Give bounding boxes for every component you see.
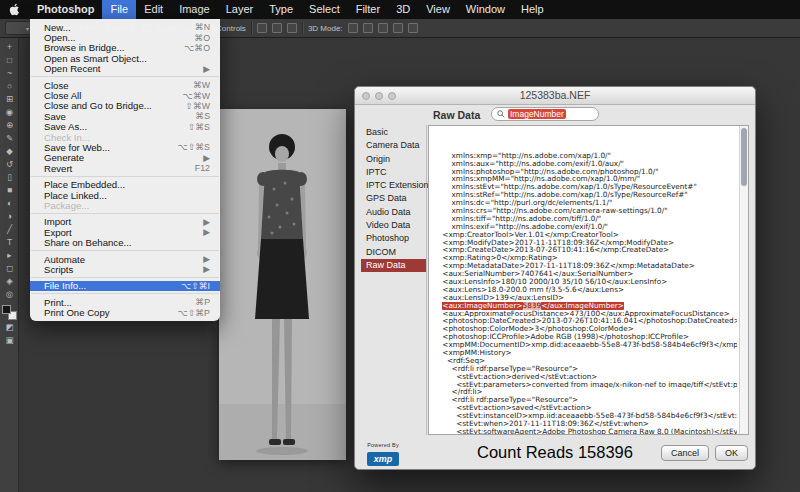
tab-photoshop[interactable]: Photoshop — [361, 232, 426, 245]
3d-mode-icon[interactable] — [363, 23, 373, 33]
file-menu-item[interactable]: Place Embedded... — [30, 179, 220, 189]
tab-iptc[interactable]: IPTC — [361, 166, 426, 179]
close-window-button[interactable] — [362, 92, 370, 100]
type-tool[interactable]: T — [0, 235, 19, 248]
file-menu-item[interactable]: Check In... — [30, 132, 220, 142]
raw-data-panel[interactable]: xmlns:xmp="http://ns.adobe.com/xap/1.0/"… — [428, 125, 749, 435]
dialog-titlebar[interactable]: 125383ba.NEF — [355, 87, 755, 105]
file-menu-item[interactable]: Save for Web... ⌥⇧⌘S — [30, 142, 220, 152]
file-menu-item[interactable]: New... ⌘N — [30, 22, 220, 32]
minimize-window-button[interactable] — [375, 92, 383, 100]
dodge-tool[interactable]: ◑ — [0, 209, 19, 222]
scrollbar-thumb[interactable] — [741, 128, 747, 186]
rectangular-marquee-tool[interactable]: □ — [0, 53, 19, 66]
menu-layer[interactable]: Layer — [218, 0, 262, 19]
file-menu-item[interactable]: Close ⌘W — [30, 80, 220, 90]
file-menu-item[interactable]: Close and Go to Bridge... ⇧⌘W — [30, 101, 220, 111]
align-center-icon[interactable] — [272, 23, 282, 33]
quick-selection-tool[interactable]: ○ — [0, 79, 19, 92]
3d-mode-icon[interactable] — [408, 23, 418, 33]
menu-filter[interactable]: Filter — [348, 0, 388, 19]
file-menu-item[interactable]: Print One Copy ⌥⇧⌘P — [30, 307, 220, 317]
blur-tool[interactable]: ◐ — [0, 196, 19, 209]
history-brush-tool[interactable]: ↺ — [0, 157, 19, 170]
file-menu-item[interactable]: Place Linked... — [30, 190, 220, 200]
xml-line: <aux:LensID>139</aux:LensID> — [433, 294, 737, 302]
apple-menu[interactable] — [0, 3, 29, 16]
file-menu-item[interactable]: Open Recent ▶ — [30, 64, 220, 74]
gradient-tool[interactable]: ■ — [0, 183, 19, 196]
file-menu-item[interactable]: Automate ▶ — [30, 254, 220, 264]
menu-type[interactable]: Type — [261, 0, 301, 19]
zoom-tool[interactable]: ◎ — [0, 287, 19, 300]
brush-tool[interactable]: ✎ — [0, 131, 19, 144]
menu-3d[interactable]: 3D — [388, 0, 418, 19]
file-menu-item[interactable]: Package... — [30, 200, 220, 210]
screen-mode-icon[interactable]: ▣ — [0, 333, 19, 346]
3d-mode-icon[interactable] — [378, 23, 388, 33]
file-menu-item[interactable]: Browse in Bridge... ⌥⌘O — [30, 43, 220, 53]
scrollbar[interactable] — [739, 126, 748, 434]
3d-mode-icon[interactable] — [348, 23, 358, 33]
menu-view[interactable]: View — [418, 0, 458, 19]
tab-video-data[interactable]: Video Data — [361, 219, 426, 232]
xml-line: <xmp:Rating>0</xmp:Rating> — [433, 254, 737, 262]
file-menu-item[interactable]: Generate ▶ — [30, 153, 220, 163]
menu-file[interactable]: File — [102, 0, 136, 19]
search-icon — [497, 110, 505, 118]
menu-image[interactable]: Image — [171, 0, 218, 19]
path-selection-tool[interactable]: ▸ — [0, 248, 19, 261]
zoom-window-button[interactable] — [388, 92, 396, 100]
clone-stamp-tool[interactable]: ◆ — [0, 144, 19, 157]
file-info-dialog: 125383ba.NEF Raw Data ImageNumber BasicC… — [354, 86, 756, 470]
color-swatches[interactable] — [2, 305, 17, 320]
healing-brush-tool[interactable]: ⊕ — [0, 118, 19, 131]
align-right-icon[interactable] — [287, 23, 297, 33]
photoshop-screen: PhotoshopFileEditImageLayerTypeSelectFil… — [0, 0, 800, 492]
quick-mask-icon[interactable]: ◩ — [0, 320, 19, 333]
move-tool[interactable]: + — [0, 40, 19, 53]
3d-mode-icon[interactable] — [393, 23, 403, 33]
xml-line: <xmpMM:DocumentID>xmp.did:aceaaebb-55e8-… — [433, 341, 737, 349]
menu-edit[interactable]: Edit — [136, 0, 171, 19]
xml-line: <stEvt:softwareAgent>Adobe Photoshop Cam… — [433, 428, 737, 435]
tab-dicom[interactable]: DICOM — [361, 246, 426, 259]
eraser-tool[interactable]: ▯ — [0, 170, 19, 183]
shape-tool[interactable]: ◻ — [0, 261, 19, 274]
tab-basic[interactable]: Basic — [361, 126, 426, 139]
file-menu-item[interactable]: Revert F12 — [30, 163, 220, 173]
tab-gps-data[interactable]: GPS Data — [361, 192, 426, 205]
menu-window[interactable]: Window — [458, 0, 513, 19]
file-menu-item[interactable]: Save As... ⇧⌘S — [30, 122, 220, 132]
pen-tool[interactable]: ╱ — [0, 222, 19, 235]
cancel-button[interactable]: Cancel — [661, 445, 709, 461]
file-menu-item[interactable]: Open... ⌘O — [30, 32, 220, 42]
tab-camera-data[interactable]: Camera Data — [361, 139, 426, 152]
file-menu-item[interactable]: Print... ⌘P — [30, 297, 220, 307]
file-menu-item[interactable]: Scripts ▶ — [30, 264, 220, 274]
tab-iptc-extension[interactable]: IPTC Extension — [361, 179, 426, 192]
file-menu-item[interactable]: Share on Behance... — [30, 237, 220, 247]
menu-photoshop[interactable]: Photoshop — [29, 0, 102, 19]
file-menu-item[interactable]: Export ▶ — [30, 227, 220, 237]
file-menu-item[interactable]: Open as Smart Object... — [30, 53, 220, 63]
file-menu-item[interactable]: Save ⌘S — [30, 111, 220, 121]
tab-raw-data[interactable]: Raw Data — [361, 259, 426, 272]
tab-origin[interactable]: Origin — [361, 153, 426, 166]
menu-select[interactable]: Select — [301, 0, 348, 19]
file-menu-item-file-info[interactable]: File Info... ⌥⇧⌘I — [30, 281, 220, 291]
tool-preset-chip[interactable]: ▾ — [5, 21, 31, 35]
menu-help[interactable]: Help — [513, 0, 552, 19]
file-menu-item[interactable]: Import ▶ — [30, 217, 220, 227]
file-menu-item[interactable]: Close All ⌥⌘W — [30, 90, 220, 100]
align-left-icon[interactable] — [257, 23, 267, 33]
hand-tool[interactable]: ◈ — [0, 274, 19, 287]
eyedropper-tool[interactable]: ◉ — [0, 105, 19, 118]
lasso-tool[interactable]: ~ — [0, 66, 19, 79]
foreground-color-swatch[interactable] — [2, 305, 11, 314]
tab-audio-data[interactable]: Audio Data — [361, 206, 426, 219]
3d-mode-label: 3D Mode: — [308, 24, 343, 33]
crop-tool[interactable]: ⊞ — [0, 92, 19, 105]
ok-button[interactable]: OK — [715, 445, 748, 461]
search-field[interactable]: ImageNumber — [491, 107, 599, 121]
